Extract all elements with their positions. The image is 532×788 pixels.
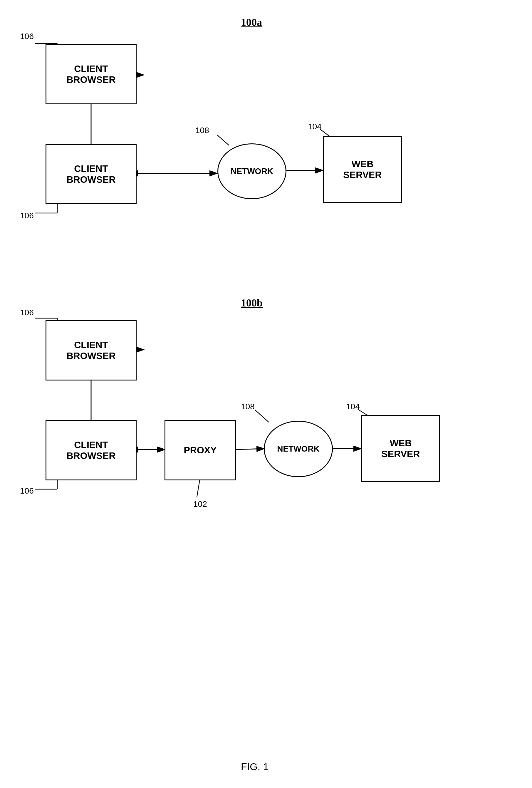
ref-104-d2: 104 [346,402,360,411]
ref-106-top-d2: 106 [20,308,34,317]
ref-102-d2: 102 [193,499,207,509]
client-browser-top-d1: CLIENT BROWSER [45,44,137,104]
svg-line-23 [197,480,200,497]
arrows-svg [0,0,532,788]
fig-label: FIG. 1 [241,761,269,772]
ref-106-bottom-d1: 106 [20,211,34,220]
ref-108-d1: 108 [195,126,209,135]
network-d2: NETWORK [264,421,333,477]
diagram2-title: 100b [241,297,263,309]
svg-line-10 [217,135,229,145]
ref-106-bottom-d2: 106 [20,486,34,496]
client-browser-top-d2: CLIENT BROWSER [45,320,137,380]
web-server-d1: WEB SERVER [323,136,402,203]
ref-106-top-d1: 106 [20,32,34,41]
ref-108-d2: 108 [241,402,255,411]
ref-104-d1: 104 [308,122,322,131]
client-browser-bottom-d1: CLIENT BROWSER [45,144,137,204]
svg-line-21 [255,410,269,422]
client-browser-bottom-d2: CLIENT BROWSER [45,420,137,480]
svg-line-19 [235,449,264,450]
network-d1: NETWORK [217,143,287,199]
diagram1-title: 100a [241,16,262,28]
web-server-d2: WEB SERVER [361,415,440,482]
proxy-d2: PROXY [164,420,236,480]
diagram-container: 100a 106 CLIENT BROWSER CLIENT BROWSER 1… [0,0,532,788]
